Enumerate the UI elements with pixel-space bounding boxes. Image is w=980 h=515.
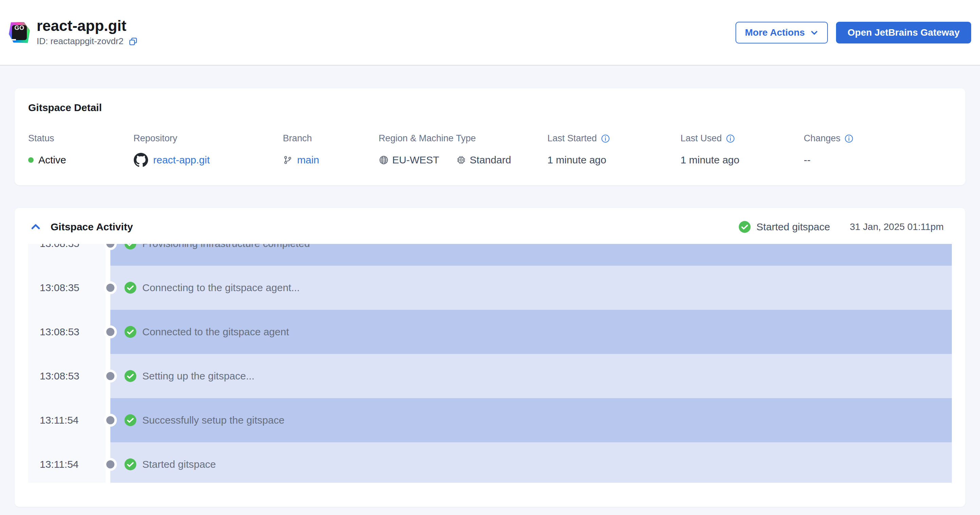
status-dot: [28, 157, 33, 163]
log-message-cell: Successfully setup the gitspace: [110, 398, 952, 442]
status-label: Status: [28, 133, 134, 144]
field-last-used: Last Used 1 minute ago: [681, 133, 804, 167]
log-row: 13:11:54 Successfully setup the gitspace: [28, 398, 952, 442]
activity-status-label: Started gitspace: [757, 221, 830, 233]
info-icon[interactable]: [845, 134, 853, 143]
log-message: Started gitspace: [142, 459, 216, 470]
region-machine-label: Region & Machine Type: [379, 133, 547, 144]
log-message: Connected to the gitspace agent: [142, 326, 289, 338]
info-icon[interactable]: [601, 134, 610, 143]
gitspace-id-row: ID: reactappgit-zovdr2: [37, 36, 138, 46]
branch-label: Branch: [283, 133, 379, 144]
collapse-activity-button[interactable]: [29, 220, 43, 234]
timeline-dot: [104, 281, 117, 294]
log-row: 13:08:53 Connected to the gitspace agent: [28, 310, 952, 354]
log-time: 13:08:53: [28, 354, 106, 398]
gitspace-detail-page: GO react-app.git ID: reactappgit-zovdr2: [0, 0, 980, 515]
log-row: 13:08:53 Setting up the gitspace...: [28, 354, 952, 398]
repository-label: Repository: [134, 133, 283, 144]
log-time: 13:08:53: [28, 310, 106, 354]
log-message-cell: Provisioning infrastructure completed: [110, 244, 952, 266]
changes-value: --: [804, 153, 952, 167]
field-repository: Repository react-app.git: [134, 133, 283, 167]
last-started-value: 1 minute ago: [547, 153, 681, 167]
changes-label: Changes: [804, 133, 952, 144]
git-branch-icon: [283, 155, 293, 165]
log-row: 13:11:54 Started gitspace: [28, 442, 952, 483]
check-circle-icon: [124, 281, 137, 294]
repository-value: react-app.git: [134, 153, 283, 167]
region-value: EU-WEST: [392, 154, 439, 166]
timeline-dot: [104, 370, 117, 383]
chevron-down-icon: [810, 29, 818, 37]
brand: GO react-app.git ID: reactappgit-zovdr2: [9, 18, 138, 46]
log-time: 13:08:35: [28, 244, 106, 266]
log-message: Provisioning infrastructure completed: [142, 244, 310, 249]
log-message: Setting up the gitspace...: [142, 370, 255, 382]
detail-card-title: Gitspace Detail: [28, 102, 952, 113]
goland-logo-icon: GO: [9, 22, 30, 43]
activity-header: Gitspace Activity Started gitspace 31 Ja…: [14, 219, 966, 235]
more-actions-label: More Actions: [745, 27, 805, 38]
log-time: 13:11:54: [28, 398, 106, 442]
field-branch: Branch main: [283, 133, 379, 167]
detail-fields: Status Active Repository react-app.git: [28, 133, 952, 167]
last-used-label: Last Used: [681, 133, 804, 144]
last-used-label-text: Last Used: [681, 133, 722, 144]
globe-icon: [379, 155, 389, 165]
open-jetbrains-gateway-button[interactable]: Open JetBrains Gateway: [836, 22, 971, 43]
check-circle-icon: [124, 325, 137, 338]
open-gateway-label: Open JetBrains Gateway: [848, 27, 959, 38]
status-value: Active: [28, 153, 134, 167]
check-circle-icon: [124, 244, 137, 250]
status-text: Active: [38, 154, 66, 166]
check-circle-icon: [124, 458, 137, 471]
check-circle-icon: [738, 220, 751, 233]
activity-timestamp: 31 Jan, 2025 01:11pm: [850, 222, 943, 232]
timeline-dot: [104, 325, 117, 338]
field-status: Status Active: [28, 133, 134, 167]
github-icon: [134, 153, 148, 167]
info-icon[interactable]: [726, 134, 735, 143]
gitspace-detail-card: Gitspace Detail Status Active Repository: [14, 88, 966, 185]
goland-logo-underscore: [11, 39, 16, 40]
field-changes: Changes --: [804, 133, 952, 167]
copy-icon[interactable]: [128, 37, 138, 46]
log-message: Connecting to the gitspace agent...: [142, 282, 300, 293]
branch-value: main: [283, 153, 379, 167]
log-time: 13:11:54: [28, 442, 106, 483]
activity-log-list: 13:08:35 Provisioning infrastructure com…: [28, 244, 952, 483]
check-circle-icon: [124, 414, 137, 427]
check-circle-icon: [124, 370, 137, 383]
log-message-cell: Connecting to the gitspace agent...: [110, 266, 952, 310]
title-block: react-app.git ID: reactappgit-zovdr2: [37, 18, 138, 46]
more-actions-button[interactable]: More Actions: [735, 22, 828, 43]
gitspace-activity-card: Gitspace Activity Started gitspace 31 Ja…: [14, 208, 966, 507]
last-started-label: Last Started: [547, 133, 681, 144]
log-row: 13:08:35 Provisioning infrastructure com…: [28, 244, 952, 266]
activity-title: Gitspace Activity: [51, 221, 133, 233]
activity-status: Started gitspace 31 Jan, 2025 01:11pm: [738, 220, 943, 233]
timeline-dot: [104, 414, 117, 427]
field-region-machine: Region & Machine Type EU-WEST: [379, 133, 547, 167]
log-message-cell: Setting up the gitspace...: [110, 354, 952, 398]
log-row: 13:08:35 Connecting to the gitspace agen…: [28, 266, 952, 310]
header-actions: More Actions Open JetBrains Gateway: [735, 22, 971, 43]
last-started-label-text: Last Started: [547, 133, 597, 144]
machine-pair: Standard: [456, 154, 511, 166]
log-time: 13:08:35: [28, 266, 106, 310]
region-pair: EU-WEST: [379, 154, 439, 166]
cpu-chip-icon: [456, 155, 466, 165]
goland-logo-text: GO: [9, 24, 30, 32]
page-title: react-app.git: [37, 18, 138, 33]
header-bar: GO react-app.git ID: reactappgit-zovdr2: [0, 0, 980, 65]
region-machine-value: EU-WEST Standard: [379, 153, 547, 167]
gitspace-id: ID: reactappgit-zovdr2: [37, 36, 124, 46]
last-used-value: 1 minute ago: [681, 153, 804, 167]
log-message: Successfully setup the gitspace: [142, 415, 285, 426]
machine-type-value: Standard: [469, 154, 511, 166]
branch-link[interactable]: main: [297, 154, 319, 166]
log-message-cell: Started gitspace: [110, 442, 952, 483]
activity-log-viewport[interactable]: 13:08:35 Provisioning infrastructure com…: [28, 244, 952, 483]
repository-link[interactable]: react-app.git: [153, 154, 210, 166]
